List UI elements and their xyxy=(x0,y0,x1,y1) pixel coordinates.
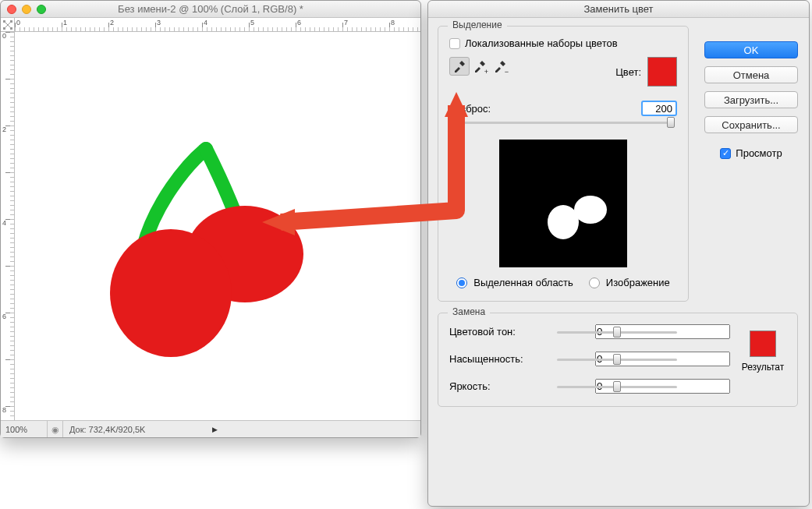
lightness-label: Яркость: xyxy=(449,380,543,392)
fuzziness-slider[interactable] xyxy=(456,116,671,129)
statusbar-more-icon[interactable]: ▶ xyxy=(212,426,218,433)
window-zoom-button[interactable] xyxy=(37,5,46,14)
eyedropper-subtract-tool[interactable]: − xyxy=(490,57,510,76)
dialog-title: Заменить цвет xyxy=(584,3,654,15)
check-icon xyxy=(449,38,460,49)
result-swatch[interactable] xyxy=(750,330,776,357)
canvas[interactable] xyxy=(15,32,420,420)
radio-image[interactable]: Изображение xyxy=(589,277,670,288)
saturation-label: Насыщенность: xyxy=(449,353,543,365)
ruler-vertical[interactable]: 02468 xyxy=(1,32,15,420)
load-button[interactable]: Загрузить... xyxy=(704,91,798,108)
fuzziness-label: Разброс: xyxy=(449,103,491,115)
localized-colors-checkbox[interactable]: Локализованные наборы цветов xyxy=(449,37,677,49)
cancel-button[interactable]: Отмена xyxy=(704,66,798,83)
save-button[interactable]: Сохранить... xyxy=(704,116,798,133)
eyedropper-tools: + − xyxy=(449,57,510,76)
preview-icon[interactable]: ◉ xyxy=(48,421,63,437)
color-swatch[interactable] xyxy=(647,57,677,87)
eyedropper-add-tool[interactable]: + xyxy=(470,57,490,76)
selection-group: Выделение Локализованные наборы цветов + xyxy=(438,26,689,302)
result-label: Результат xyxy=(742,362,785,373)
check-icon: ✓ xyxy=(720,148,731,159)
saturation-slider[interactable] xyxy=(557,353,677,366)
dialog-titlebar[interactable]: Заменить цвет xyxy=(428,1,809,18)
hue-label: Цветовой тон: xyxy=(449,326,543,338)
window-minimize-button[interactable] xyxy=(22,5,31,14)
preview-checkbox[interactable]: ✓ Просмотр xyxy=(720,147,782,159)
ok-button[interactable]: OK xyxy=(704,41,798,58)
selection-legend: Выделение xyxy=(448,19,507,30)
replace-legend: Замена xyxy=(448,306,490,317)
svg-point-1 xyxy=(110,229,232,357)
replace-group: Замена Результат Цветовой тон: Насыщенно… xyxy=(438,313,798,407)
color-label: Цвет: xyxy=(615,66,641,78)
zoom-level[interactable]: 100% xyxy=(1,421,48,437)
lightness-slider[interactable] xyxy=(557,380,677,393)
mask-preview xyxy=(499,140,627,267)
radio-icon xyxy=(589,277,600,288)
replace-color-dialog: Заменить цвет OK Отмена Загрузить... Сох… xyxy=(427,0,810,507)
window-close-button[interactable] xyxy=(7,5,16,14)
radio-icon xyxy=(456,277,467,288)
editor-titlebar[interactable]: Без имени-2 @ 100% (Слой 1, RGB/8) * xyxy=(1,1,420,18)
fuzziness-input[interactable] xyxy=(641,101,677,116)
radio-selection[interactable]: Выделенная область xyxy=(456,277,573,288)
doc-size: Док: 732,4K/920,5K xyxy=(63,425,145,434)
editor-title: Без имени-2 @ 100% (Слой 1, RGB/8) * xyxy=(118,3,303,15)
status-bar: 100% ◉ Док: 732,4K/920,5K ▶ xyxy=(1,420,420,437)
eyedropper-tool[interactable] xyxy=(449,57,470,76)
editor-window: Без имени-2 @ 100% (Слой 1, RGB/8) * 012… xyxy=(0,0,421,438)
canvas-artwork xyxy=(101,133,335,367)
ruler-horizontal[interactable]: 012345678 xyxy=(15,18,420,32)
hue-slider[interactable] xyxy=(557,326,677,338)
ruler-origin[interactable] xyxy=(1,18,15,32)
